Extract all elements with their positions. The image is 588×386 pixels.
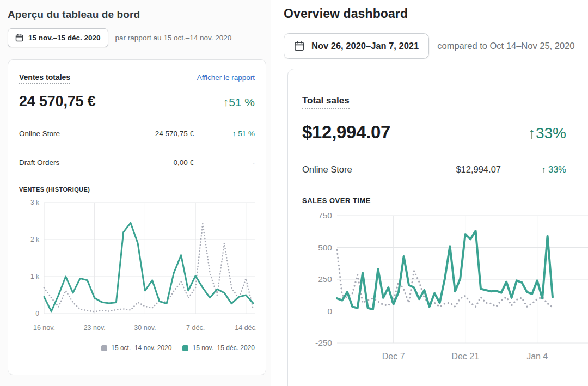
metric-title-fr[interactable]: Ventes totales [19, 73, 70, 84]
sales-history-chart-fr: 01 k2 k3 k16 nov.23 nov.30 nov.7 déc.14 … [19, 198, 256, 333]
compare-period-text-en: compared to Oct 14–Nov 25, 2020 [437, 41, 574, 51]
calendar-icon [294, 41, 304, 51]
date-controls-fr: 15 nov.–15 déc. 2020 par rapport au 15 o… [8, 28, 271, 47]
total-sales-delta-fr: ↑51 % [223, 96, 255, 109]
compare-period-text-fr: par rapport au 15 oct.–14 nov. 2020 [115, 34, 232, 42]
svg-text:-250: -250 [315, 338, 332, 347]
svg-text:23 nov.: 23 nov. [84, 324, 106, 332]
chart-heading-fr: VENTES (HISTORIQUE) [19, 186, 255, 193]
channel-label: Draft Orders [19, 158, 128, 167]
svg-text:0: 0 [327, 307, 332, 316]
channel-delta: ↑ 33% [501, 164, 566, 175]
dashboard-comparison: Aperçu du tableau de bord 15 nov.–15 déc… [0, 0, 588, 386]
english-dashboard-panel: Overview dashboard Nov 26, 2020–Jan 7, 2… [271, 0, 588, 386]
svg-text:Jan 4: Jan 4 [526, 352, 548, 361]
svg-text:3 k: 3 k [30, 199, 40, 206]
svg-text:250: 250 [318, 274, 332, 284]
chart-heading-en: SALES OVER TIME [302, 197, 588, 205]
svg-text:Dec 21: Dec 21 [451, 352, 479, 361]
legend-item-previous: 15 oct.–14 nov. 2020 [101, 344, 171, 352]
svg-text:0: 0 [35, 310, 39, 317]
svg-text:750: 750 [318, 212, 332, 220]
channel-label: Online Store [302, 164, 436, 175]
legend-swatch-gray [101, 345, 107, 351]
date-range-label-fr: 15 nov.–15 déc. 2020 [28, 34, 101, 42]
svg-text:30 nov.: 30 nov. [134, 324, 156, 332]
legend-swatch-teal [182, 345, 188, 351]
channel-label: Online Store [19, 130, 128, 138]
chart-legend-fr: 15 oct.–14 nov. 2020 15 nov.–15 déc. 202… [19, 344, 255, 352]
svg-text:1 k: 1 k [30, 273, 40, 280]
date-range-button-en[interactable]: Nov 26, 2020–Jan 7, 2021 [284, 33, 429, 59]
channel-value: $12,994.07 [436, 164, 501, 175]
channel-value: 0,00 € [128, 158, 194, 167]
date-range-button-fr[interactable]: 15 nov.–15 déc. 2020 [8, 28, 108, 47]
svg-text:16 nov.: 16 nov. [33, 324, 55, 332]
view-report-link-fr[interactable]: Afficher le rapport [197, 73, 255, 82]
sales-over-time-chart-en: -2500250500750Dec 7Dec 21Jan 4 [302, 212, 588, 363]
date-range-label-en: Nov 26, 2020–Jan 7, 2021 [311, 41, 419, 51]
svg-text:14 déc.: 14 déc. [235, 324, 256, 332]
calendar-icon [15, 34, 23, 42]
legend-label: 15 nov.–15 déc. 2020 [192, 344, 255, 352]
channel-delta: - [194, 158, 255, 167]
table-row: Draft Orders 0,00 € - [19, 158, 255, 167]
french-dashboard-panel: Aperçu du tableau de bord 15 nov.–15 déc… [0, 0, 271, 386]
page-title-en: Overview dashboard [284, 7, 588, 21]
table-row: Online Store $12,994.07 ↑ 33% [302, 164, 566, 175]
total-sales-value-en: $12,994.07 [302, 122, 390, 143]
sales-breakdown-fr: Online Store 24 570,75 € ↑ 51 % Draft Or… [19, 130, 255, 167]
date-controls-en: Nov 26, 2020–Jan 7, 2021 compared to Oct… [284, 33, 588, 59]
legend-item-current: 15 nov.–15 déc. 2020 [182, 344, 255, 352]
table-row: Online Store 24 570,75 € ↑ 51 % [19, 130, 255, 138]
total-sales-card-fr: Ventes totales Afficher le rapport 24 57… [8, 59, 266, 375]
svg-text:7 déc.: 7 déc. [186, 324, 205, 332]
channel-delta: ↑ 51 % [194, 130, 255, 138]
svg-text:Dec 7: Dec 7 [382, 352, 405, 361]
total-sales-card-en: Total sales $12,994.07 ↑33% Online Store… [287, 69, 588, 386]
total-sales-value-fr: 24 570,75 € [19, 93, 95, 110]
page-title-fr: Aperçu du tableau de bord [8, 9, 271, 21]
total-sales-delta-en: ↑33% [528, 125, 566, 142]
channel-value: 24 570,75 € [128, 130, 194, 138]
legend-label: 15 oct.–14 nov. 2020 [111, 344, 171, 352]
svg-text:500: 500 [318, 243, 332, 252]
metric-title-en[interactable]: Total sales [302, 95, 350, 109]
svg-text:2 k: 2 k [30, 236, 40, 243]
